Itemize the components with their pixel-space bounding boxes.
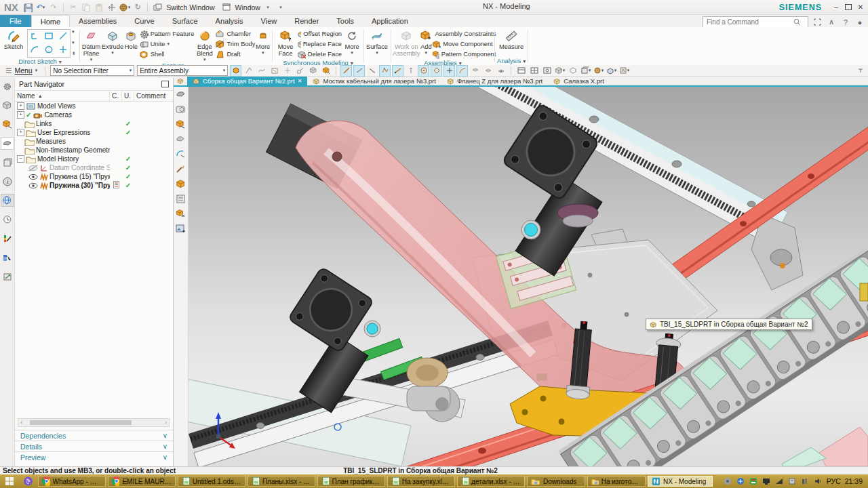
part-tab-2[interactable]: Мостик кабельный для лазера №3.prt [307,77,441,85]
sync-more-button[interactable]: More▾ [342,28,362,55]
save-icon[interactable] [22,2,33,13]
hole-button[interactable]: Hole [123,28,139,50]
pattern-component-button[interactable]: Pattern Component [432,49,496,59]
fullscreen-icon[interactable] [812,17,823,27]
feature-more-button[interactable]: More▾ [255,28,271,55]
work-on-assembly-button[interactable]: Work on Assembly [393,28,420,57]
snap-spline-icon[interactable] [380,66,390,76]
eye-off-icon[interactable] [28,163,38,172]
taskbar-item-downloads[interactable]: Downloads [527,476,585,487]
column-u[interactable]: U. [122,91,134,101]
tool-sketch-edit-icon[interactable] [175,148,187,159]
close-button[interactable]: ✕ [854,1,867,12]
web-browser-icon[interactable] [1,195,14,206]
snap-quadrant-icon[interactable] [431,66,441,76]
shaded-view-icon[interactable]: ▾ [555,66,565,76]
navigator-horizontal-scrollbar[interactable]: ‹ › [18,418,170,427]
edge-yellow-clip[interactable] [860,283,868,301]
point-icon[interactable] [58,45,68,56]
selection-tool-icon-2[interactable] [256,66,267,76]
tab-analysis[interactable]: Analysis [207,15,252,27]
tree-row-model-history[interactable]: − Model History ✓ [15,155,173,163]
snap-center-icon[interactable] [418,66,429,76]
tray-display-icon[interactable] [762,477,771,486]
selection-tool-icon-1[interactable] [243,66,254,76]
start-button[interactable] [1,476,18,487]
profile-icon[interactable] [30,31,39,42]
section-dependencies[interactable]: Dependencies∨ [15,430,173,441]
tree-row-non-timestamp-geometry[interactable]: Non-timestamp Geometry [15,146,173,155]
snap-face2-icon[interactable] [483,66,493,76]
volume-icon[interactable] [814,477,823,486]
datum-plane-button[interactable]: Datum Plane▾ [81,28,102,62]
move-face-button[interactable]: Move Face [274,28,297,57]
edge-blend-button[interactable]: Edge Blend▾ [194,28,215,62]
tool-box-icon[interactable] [175,178,187,189]
effects-icon[interactable]: ▾ [619,66,629,76]
tab-file[interactable]: File [0,15,31,27]
snap-point-toggle-icon[interactable] [231,66,241,76]
tool-image-icon[interactable] [175,223,187,234]
snap-line2-icon[interactable] [354,66,364,76]
roles-gear-icon[interactable] [1,81,14,92]
circle-icon[interactable] [44,45,54,56]
tool-part-icon[interactable] [175,89,187,100]
viber-icon[interactable] [20,476,36,487]
unite-button[interactable]: Unite▾ [139,39,195,49]
part-navigator-icon[interactable] [1,138,14,149]
assembly-constraints-button[interactable]: Assembly Constraints [432,29,496,39]
repeat-command-icon[interactable]: ↻ [132,2,143,13]
graphics-window[interactable] [174,85,868,466]
column-comment[interactable]: Comment [134,91,173,101]
selection-tool-icon-5[interactable] [295,66,305,76]
sketch-button[interactable]: Sketch [1,28,26,50]
taskbar-item-na-izgotovlenie[interactable]: На изготовление [587,476,646,487]
expand-icon[interactable]: + [17,111,24,119]
snap-point-on-curve-icon[interactable] [457,66,467,76]
system-tools-icon[interactable] [1,270,14,282]
shell-button[interactable]: Shell [139,49,195,59]
delete-face-button[interactable]: Delete Face [297,49,342,59]
panel-undock-icon[interactable] [161,81,169,87]
minimize-button[interactable]: – [830,1,842,12]
selection-tool-icon-4[interactable] [282,66,292,76]
selection-tool-icon-7[interactable] [321,66,331,76]
selection-tool-icon-3[interactable] [269,66,279,76]
window-tile-icon[interactable] [516,66,526,76]
tree-row-spring-30[interactable]: Пружина (30) "Пру... ✓ [15,181,173,190]
tree-row-spring-15[interactable]: Пружина (15) "Пруж... ✓ [15,172,173,181]
tab-application[interactable]: Application [363,15,417,27]
tab-home[interactable]: Home [31,15,70,27]
snap-face3-icon[interactable] [496,66,506,76]
clock[interactable]: 21:39 [845,477,863,485]
expand-icon[interactable]: + [17,129,24,136]
pattern-feature-button[interactable]: Pattern Feature [139,29,195,39]
tree-row-cameras[interactable]: + ✓ Cameras [15,110,173,119]
taskbar-item-untitled-ods[interactable]: Untitled 1.ods - Li... [178,476,245,487]
tab-surface[interactable]: Surface [163,15,207,27]
column-c[interactable]: C. [110,91,122,101]
close-tab-icon[interactable]: ✕ [298,78,302,84]
tree-row-links[interactable]: Links ✓ [15,119,173,128]
draft-button[interactable]: Draft [215,49,255,59]
undo-icon[interactable]: ↶▾ [35,2,46,13]
eye-icon[interactable] [28,172,38,181]
part-tab-active[interactable]: Сборка общая Вариант №2.prt ✕ [187,77,307,85]
history-icon[interactable] [1,214,14,225]
assembly-navigator-icon[interactable] [1,100,14,111]
section-details[interactable]: Details∨ [15,441,173,451]
selection-tool-icon-6[interactable] [308,66,318,76]
taskbar-item-emile-maurin[interactable]: EMILE MAURIN - ... [108,476,176,487]
tab-render[interactable]: Render [285,15,328,27]
tab-assemblies[interactable]: Assemblies [70,15,125,27]
taskbar-item-nx[interactable]: NX - Modeling [648,476,713,487]
tray-app-icon-1[interactable] [724,477,732,486]
find-command-input[interactable] [705,18,793,26]
tab-view[interactable]: View [252,15,286,27]
tool-brush-icon[interactable] [175,163,187,174]
redo-icon[interactable]: ↷ [48,2,59,13]
add-component-button[interactable]: Add▾ [420,28,432,55]
offset-region-button[interactable]: Offset Region [297,29,342,39]
window-menu-label[interactable]: Window [235,3,260,12]
tool-section-icon[interactable] [175,104,187,115]
